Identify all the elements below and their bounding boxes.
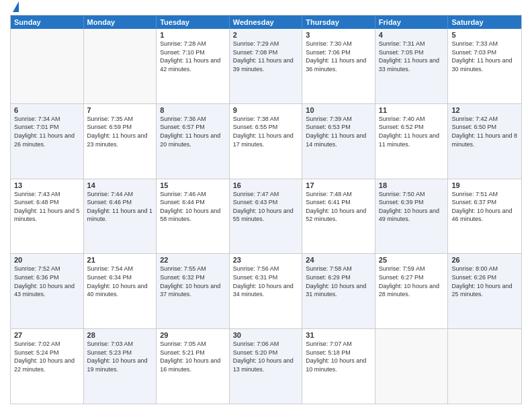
page: SundayMondayTuesdayWednesdayThursdayFrid… bbox=[0, 0, 532, 411]
day-info: Sunrise: 7:30 AMSunset: 7:06 PMDaylight:… bbox=[306, 40, 371, 73]
day-number: 22 bbox=[160, 256, 226, 264]
day-info: Sunrise: 7:28 AMSunset: 7:10 PMDaylight:… bbox=[160, 40, 226, 73]
calendar-week-1: 1Sunrise: 7:28 AMSunset: 7:10 PMDaylight… bbox=[11, 29, 521, 104]
daylight-text: Daylight: 10 hours and 58 minutes. bbox=[160, 207, 226, 224]
sunset-text: Sunset: 6:32 PM bbox=[160, 273, 226, 282]
sunset-text: Sunset: 7:01 PM bbox=[14, 123, 80, 132]
day-cell-20: 20Sunrise: 7:52 AMSunset: 6:36 PMDayligh… bbox=[11, 254, 84, 328]
daylight-text: Daylight: 10 hours and 25 minutes. bbox=[451, 282, 518, 299]
header-day-thursday: Thursday bbox=[302, 15, 375, 29]
day-info: Sunrise: 7:07 AMSunset: 5:18 PMDaylight:… bbox=[306, 340, 371, 373]
day-info: Sunrise: 7:34 AMSunset: 7:01 PMDaylight:… bbox=[14, 115, 80, 148]
day-cell-11: 11Sunrise: 7:40 AMSunset: 6:52 PMDayligh… bbox=[375, 104, 449, 179]
sunrise-text: Sunrise: 8:00 AM bbox=[451, 265, 518, 273]
sunset-text: Sunset: 6:44 PM bbox=[160, 198, 226, 207]
day-cell-31: 31Sunrise: 7:07 AMSunset: 5:18 PMDayligh… bbox=[302, 329, 375, 404]
sunrise-text: Sunrise: 7:03 AM bbox=[87, 340, 153, 349]
day-info: Sunrise: 7:05 AMSunset: 5:21 PMDaylight:… bbox=[160, 340, 226, 373]
empty-cell bbox=[448, 329, 521, 404]
day-cell-10: 10Sunrise: 7:39 AMSunset: 6:53 PMDayligh… bbox=[302, 104, 375, 179]
day-number: 14 bbox=[87, 181, 153, 189]
day-info: Sunrise: 7:42 AMSunset: 6:50 PMDaylight:… bbox=[451, 115, 518, 148]
day-info: Sunrise: 7:06 AMSunset: 5:20 PMDaylight:… bbox=[233, 340, 299, 373]
day-info: Sunrise: 7:59 AMSunset: 6:27 PMDaylight:… bbox=[379, 265, 445, 298]
calendar-week-5: 27Sunrise: 7:02 AMSunset: 5:24 PMDayligh… bbox=[11, 329, 521, 404]
sunset-text: Sunset: 6:57 PM bbox=[160, 123, 226, 132]
sunset-text: Sunset: 5:23 PM bbox=[87, 349, 153, 357]
day-number: 30 bbox=[233, 331, 299, 339]
day-info: Sunrise: 7:55 AMSunset: 6:32 PMDaylight:… bbox=[160, 265, 226, 298]
sunrise-text: Sunrise: 7:36 AM bbox=[160, 115, 226, 124]
sunset-text: Sunset: 6:31 PM bbox=[233, 273, 299, 282]
sunset-text: Sunset: 6:37 PM bbox=[451, 198, 518, 207]
day-info: Sunrise: 7:35 AMSunset: 6:59 PMDaylight:… bbox=[87, 115, 153, 148]
sunrise-text: Sunrise: 7:06 AM bbox=[233, 340, 299, 349]
calendar-header: SundayMondayTuesdayWednesdayThursdayFrid… bbox=[11, 15, 521, 29]
sunrise-text: Sunrise: 7:54 AM bbox=[87, 265, 153, 273]
daylight-text: Daylight: 11 hours and 30 minutes. bbox=[451, 56, 518, 73]
day-info: Sunrise: 7:46 AMSunset: 6:44 PMDaylight:… bbox=[160, 190, 226, 224]
sunset-text: Sunset: 6:34 PM bbox=[87, 273, 153, 282]
day-number: 25 bbox=[379, 256, 445, 264]
day-cell-24: 24Sunrise: 7:58 AMSunset: 6:29 PMDayligh… bbox=[302, 254, 375, 328]
daylight-text: Daylight: 10 hours and 13 minutes. bbox=[233, 357, 299, 373]
day-number: 5 bbox=[451, 31, 518, 39]
sunrise-text: Sunrise: 7:50 AM bbox=[379, 190, 445, 199]
day-cell-27: 27Sunrise: 7:02 AMSunset: 5:24 PMDayligh… bbox=[11, 329, 84, 404]
day-number: 26 bbox=[451, 256, 518, 264]
sunset-text: Sunset: 5:21 PM bbox=[160, 349, 226, 357]
daylight-text: Daylight: 11 hours and 36 minutes. bbox=[306, 56, 371, 73]
sunrise-text: Sunrise: 7:47 AM bbox=[233, 190, 299, 199]
day-number: 23 bbox=[233, 256, 299, 264]
day-cell-9: 9Sunrise: 7:38 AMSunset: 6:55 PMDaylight… bbox=[230, 104, 303, 179]
daylight-text: Daylight: 10 hours and 43 minutes. bbox=[14, 282, 80, 299]
sunrise-text: Sunrise: 7:38 AM bbox=[233, 115, 299, 124]
daylight-text: Daylight: 11 hours and 14 minutes. bbox=[306, 132, 371, 148]
daylight-text: Daylight: 11 hours and 11 minutes. bbox=[379, 132, 445, 148]
empty-cell bbox=[375, 329, 449, 404]
day-info: Sunrise: 7:03 AMSunset: 5:23 PMDaylight:… bbox=[87, 340, 153, 373]
sunrise-text: Sunrise: 7:34 AM bbox=[14, 115, 80, 124]
sunset-text: Sunset: 7:05 PM bbox=[379, 48, 445, 57]
sunset-text: Sunset: 6:43 PM bbox=[233, 198, 299, 207]
sunrise-text: Sunrise: 7:05 AM bbox=[160, 340, 226, 349]
day-number: 12 bbox=[451, 106, 518, 114]
daylight-text: Daylight: 11 hours and 26 minutes. bbox=[14, 132, 80, 148]
day-number: 24 bbox=[306, 256, 371, 264]
sunset-text: Sunset: 7:08 PM bbox=[233, 48, 299, 57]
day-number: 16 bbox=[233, 181, 299, 189]
sunset-text: Sunset: 7:06 PM bbox=[306, 48, 371, 57]
day-info: Sunrise: 7:36 AMSunset: 6:57 PMDaylight:… bbox=[160, 115, 226, 148]
sunrise-text: Sunrise: 7:40 AM bbox=[379, 115, 445, 124]
day-cell-12: 12Sunrise: 7:42 AMSunset: 6:50 PMDayligh… bbox=[448, 104, 521, 179]
sunset-text: Sunset: 6:26 PM bbox=[451, 273, 518, 282]
day-cell-26: 26Sunrise: 8:00 AMSunset: 6:26 PMDayligh… bbox=[448, 254, 521, 328]
day-number: 7 bbox=[87, 106, 153, 114]
day-cell-5: 5Sunrise: 7:33 AMSunset: 7:03 PMDaylight… bbox=[448, 29, 521, 103]
header-day-tuesday: Tuesday bbox=[157, 15, 230, 29]
sunrise-text: Sunrise: 7:29 AM bbox=[233, 40, 299, 48]
daylight-text: Daylight: 10 hours and 10 minutes. bbox=[306, 357, 371, 373]
day-cell-22: 22Sunrise: 7:55 AMSunset: 6:32 PMDayligh… bbox=[157, 254, 230, 328]
day-cell-18: 18Sunrise: 7:50 AMSunset: 6:39 PMDayligh… bbox=[375, 179, 449, 254]
day-number: 28 bbox=[87, 331, 153, 339]
day-number: 8 bbox=[160, 106, 226, 114]
sunrise-text: Sunrise: 7:52 AM bbox=[14, 265, 80, 273]
day-info: Sunrise: 7:43 AMSunset: 6:48 PMDaylight:… bbox=[14, 190, 80, 224]
day-cell-3: 3Sunrise: 7:30 AMSunset: 7:06 PMDaylight… bbox=[302, 29, 375, 103]
sunrise-text: Sunrise: 7:42 AM bbox=[451, 115, 518, 124]
daylight-text: Daylight: 11 hours and 23 minutes. bbox=[87, 132, 153, 148]
day-info: Sunrise: 7:54 AMSunset: 6:34 PMDaylight:… bbox=[87, 265, 153, 298]
day-info: Sunrise: 7:52 AMSunset: 6:36 PMDaylight:… bbox=[14, 265, 80, 298]
sunset-text: Sunset: 7:10 PM bbox=[160, 48, 226, 57]
day-cell-28: 28Sunrise: 7:03 AMSunset: 5:23 PMDayligh… bbox=[84, 329, 157, 404]
calendar: SundayMondayTuesdayWednesdayThursdayFrid… bbox=[10, 15, 522, 404]
daylight-text: Daylight: 10 hours and 34 minutes. bbox=[233, 282, 299, 299]
logo-triangle-icon bbox=[13, 1, 19, 12]
day-cell-29: 29Sunrise: 7:05 AMSunset: 5:21 PMDayligh… bbox=[157, 329, 230, 404]
day-number: 2 bbox=[233, 31, 299, 39]
day-info: Sunrise: 7:02 AMSunset: 5:24 PMDaylight:… bbox=[14, 340, 80, 373]
daylight-text: Daylight: 10 hours and 16 minutes. bbox=[160, 357, 226, 373]
header bbox=[10, 7, 522, 9]
day-cell-13: 13Sunrise: 7:43 AMSunset: 6:48 PMDayligh… bbox=[11, 179, 84, 254]
